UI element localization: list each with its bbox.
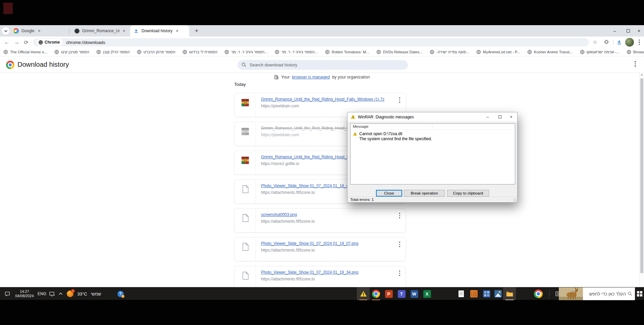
managed-link[interactable]: browser is managed	[292, 75, 330, 79]
chip-label: Chrome	[45, 40, 60, 45]
tab-close-icon[interactable]: ×	[123, 29, 125, 33]
profile-avatar[interactable]	[625, 38, 634, 47]
bookmarks-bar: The Official Home o... הסופר סטיבן קינג …	[0, 48, 644, 56]
item-menu-kebab-icon[interactable]	[399, 270, 400, 276]
tab-close-icon[interactable]: ×	[176, 29, 178, 33]
bookmark-item[interactable]: הסופר ג'ורג' ר. ר. מר...	[224, 50, 268, 54]
clock-date: 04/08/2024	[15, 294, 34, 298]
weather-icon[interactable]: 1	[66, 287, 74, 300]
download-file-link[interactable]: Grimm_Romance_Until_the_Red_Riding_Hood_…	[261, 97, 384, 102]
dialog-maximize-button[interactable]	[494, 112, 506, 121]
dialog-close-x-button[interactable]: ×	[505, 112, 517, 121]
scrollbar-up-arrow[interactable]: ▲	[640, 73, 644, 76]
taskbar-clock[interactable]: 14:27 04/08/2024	[13, 287, 36, 300]
bookmark-item[interactable]: הסופרת לי ברדוגו	[182, 50, 217, 54]
notifications-icon[interactable]	[3, 287, 12, 300]
taskbar-chrome-pinned-button[interactable]	[532, 287, 545, 300]
back-button[interactable]: ←	[3, 38, 11, 46]
start-button[interactable]	[635, 287, 644, 300]
bookmark-item[interactable]: הסופר הרלן קובן	[96, 50, 130, 54]
download-search-input[interactable]	[250, 60, 404, 70]
taskbar-teams-button[interactable]: T	[395, 287, 408, 300]
weather-description[interactable]: שמשי	[89, 287, 103, 300]
chrome-logo-icon	[6, 61, 14, 69]
tab-label: Grimm_Romance_Until_the_Red	[82, 29, 119, 33]
bookmark-item[interactable]: DVDs Release Dates...	[376, 50, 423, 54]
bookmark-item[interactable]: Kosher Anime Transl...	[527, 50, 573, 54]
bookmark-item[interactable]: הסופר פרנק הרברט	[137, 50, 175, 54]
sun-icon: 1	[67, 290, 73, 297]
taskbar-image-viewer-button[interactable]	[492, 287, 504, 300]
bookmark-item[interactable]: -פוקה צפייה ישירה...	[430, 50, 469, 54]
taskbar-powerpoint-button[interactable]: P	[382, 287, 395, 300]
bookmark-star-icon[interactable]: ☆	[591, 38, 599, 46]
page-menu-kebab-icon[interactable]	[635, 61, 636, 67]
dialog-title: WinRAR: Diagnostic messages	[358, 115, 414, 119]
tab-google[interactable]: Google ×	[10, 25, 68, 37]
window-close-button[interactable]: ×	[632, 25, 644, 37]
download-item: Photo_Viewer_Slide_Show 01_07_2024 01_19…	[234, 237, 406, 261]
warning-icon	[351, 114, 356, 119]
teams-icon: T	[398, 290, 406, 298]
browser-menu-kebab-icon[interactable]	[635, 38, 643, 46]
forward-button[interactable]: →	[13, 38, 21, 46]
item-menu-kebab-icon[interactable]	[399, 97, 400, 103]
image-viewer-icon	[494, 290, 502, 297]
bookmark-item[interactable]: אנימה ישראטאקו -...	[580, 50, 620, 54]
taskbar-search-input[interactable]	[583, 287, 626, 300]
downloads-tray-icon[interactable]	[615, 38, 623, 46]
tab-grimm-romance[interactable]: Grimm_Romance_Until_the_Red ×	[71, 25, 129, 37]
copy-to-clipboard-button[interactable]: Copy to clipboard	[447, 190, 489, 197]
help-icon[interactable]: ?	[116, 287, 125, 300]
hidden-icons-chevron[interactable]	[57, 287, 64, 300]
search-highlight-image[interactable]	[559, 287, 583, 300]
screen: { "glyphs": { "back": "←", "forward": "→…	[0, 0, 644, 325]
resize-grip[interactable]	[513, 198, 517, 202]
taskbar-winrar-dialog-button[interactable]	[357, 287, 370, 300]
scrollbar-thumb[interactable]	[640, 78, 643, 273]
taskbar-file-explorer-button[interactable]	[503, 287, 516, 300]
browser-toolbar: ← → ⟳ Chrome chrome://downloads ☆	[0, 37, 644, 48]
bookmark-label: הסופר סטיבן קינג	[61, 50, 89, 54]
address-bar[interactable]: Chrome chrome://downloads	[33, 38, 589, 46]
bookmark-item[interactable]: Browsing Playstatio...	[627, 50, 644, 54]
taskbar-excel-button[interactable]: X	[421, 287, 433, 300]
reload-button[interactable]: ⟳	[22, 38, 30, 46]
chrome-url-chip[interactable]: Chrome	[37, 39, 63, 46]
taskbar-media-app-button[interactable]	[468, 287, 480, 300]
download-search-box[interactable]	[237, 60, 408, 70]
bookmark-item[interactable]: MyAnimeList.net - P...	[476, 50, 520, 54]
bookmark-item[interactable]: הסופר סטיבן קינג	[54, 50, 89, 54]
tab-close-icon[interactable]: ×	[38, 29, 41, 33]
taskbar-search-box[interactable]	[559, 287, 635, 300]
item-menu-kebab-icon[interactable]	[399, 241, 400, 247]
download-file-link[interactable]: Photo_Viewer_Slide_Show 01_07_2024 01_18…	[261, 183, 358, 188]
taskbar-word-button[interactable]: W	[408, 287, 421, 300]
item-menu-kebab-icon[interactable]	[399, 213, 400, 218]
download-file-link[interactable]: screenshot0003.png	[261, 212, 297, 217]
extensions-icon[interactable]	[602, 38, 610, 46]
network-icon[interactable]	[48, 287, 56, 300]
taskbar-chrome-button[interactable]	[370, 287, 382, 300]
globe-favicon-icon	[182, 50, 187, 54]
break-operation-button[interactable]: Break operation	[404, 190, 445, 197]
globe-favicon-icon	[137, 50, 142, 54]
bookmark-item[interactable]: Rotten Tomatoes: M...	[325, 50, 369, 54]
taskbar-photos-app-button[interactable]	[480, 287, 493, 300]
window-minimize-button[interactable]: –	[608, 25, 622, 37]
file-icon	[240, 271, 250, 280]
taskbar-notepad-button[interactable]	[455, 287, 468, 300]
language-indicator[interactable]: ENG	[37, 287, 47, 300]
new-tab-button[interactable]: +	[193, 27, 201, 35]
dialog-minimize-button[interactable]: –	[482, 112, 494, 121]
weather-temperature[interactable]: 33°C	[75, 287, 89, 300]
page-scrollbar[interactable]: ▲	[639, 72, 644, 287]
bookmark-item[interactable]: The Official Home o...	[3, 50, 47, 54]
bookmark-item[interactable]: הסופר ג'ורג' ר. ר. מר...	[275, 50, 318, 54]
tab-search-button[interactable]	[2, 27, 9, 35]
close-button[interactable]: Close	[376, 190, 402, 197]
download-source-url: https://attachments.f95zone.to	[261, 219, 315, 224]
download-file-link[interactable]: Photo_Viewer_Slide_Show 01_07_2024 01_19…	[261, 270, 358, 275]
download-file-link[interactable]: Photo_Viewer_Slide_Show 01_07_2024 01_19…	[261, 241, 358, 246]
tab-download-history[interactable]: Download history ×	[130, 25, 189, 37]
